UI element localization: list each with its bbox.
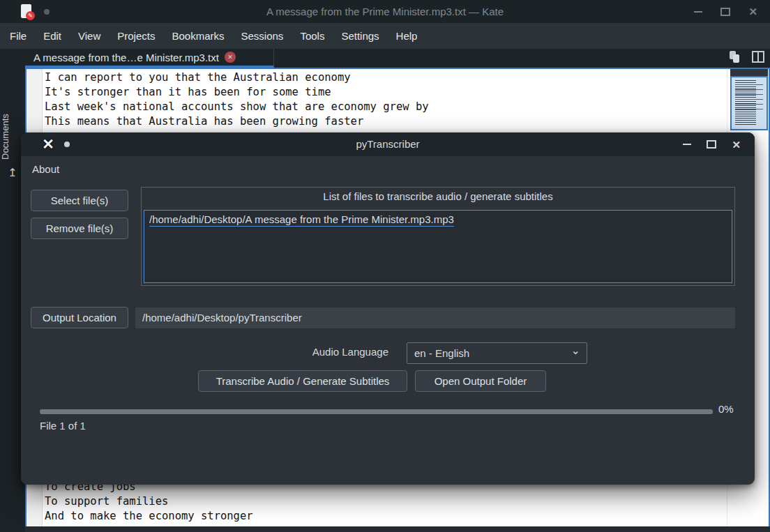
split-view-icon[interactable] [752, 51, 764, 63]
output-location-button[interactable]: Output Location [31, 307, 128, 328]
pytranscriber-menubar: About [21, 156, 755, 183]
editor-line: I can report to you that the Australian … [45, 70, 351, 85]
editor-line: It's stronger than it has been for some … [45, 85, 331, 100]
editor-minimap-scrollbar[interactable] [730, 69, 768, 130]
audio-language-dropdown[interactable]: en - English ⌄ [407, 342, 587, 364]
remove-files-button[interactable]: Remove file(s) [31, 218, 128, 239]
close-icon[interactable]: ✕ [748, 6, 757, 17]
documents-icon[interactable] [728, 51, 741, 63]
menu-edit[interactable]: Edit [35, 23, 70, 49]
menu-tools[interactable]: Tools [292, 23, 333, 49]
menu-bookmarks[interactable]: Bookmarks [163, 23, 232, 49]
minimap-viewport[interactable] [730, 76, 768, 130]
maximize-icon[interactable] [707, 140, 716, 149]
files-listbox[interactable]: /home/adhi/Desktop/A message from the Pr… [144, 210, 732, 283]
screen: ✎ A message from the Prime Minister.mp3.… [0, 0, 770, 532]
file-list-item[interactable]: /home/adhi/Desktop/A message from the Pr… [149, 213, 454, 227]
file-counter-label: File 1 of 1 [40, 420, 86, 432]
menu-help[interactable]: Help [388, 23, 426, 49]
progress-percent-label: 0% [718, 403, 749, 415]
kate-tabbar: A message from the…e Minister.mp3.txt ✕ [25, 49, 770, 68]
minimap-text-lines [735, 84, 763, 112]
minimize-icon[interactable] [694, 11, 702, 13]
document-tab[interactable]: A message from the…e Minister.mp3.txt ✕ [25, 49, 274, 68]
select-files-button[interactable]: Select file(s) [31, 190, 128, 211]
tab-label: A message from the…e Minister.mp3.txt [33, 52, 219, 63]
menu-about[interactable]: About [31, 156, 61, 183]
kate-window-title: A message from the Prime Minister.mp3.tx… [0, 0, 770, 23]
files-groupbox: List of files to transcribe audio / gene… [141, 187, 735, 286]
progress-bar [40, 409, 713, 414]
editor-line: To support families [45, 494, 168, 509]
open-output-folder-button[interactable]: Open Output Folder [415, 370, 546, 392]
maximize-icon[interactable] [720, 8, 730, 16]
kate-statusbar-strip [25, 526, 770, 532]
menu-view[interactable]: View [70, 23, 109, 49]
chevron-down-icon: ⌄ [571, 340, 580, 360]
kate-titlebar: ✎ A message from the Prime Minister.mp3.… [0, 0, 770, 23]
tab-close-icon[interactable]: ✕ [225, 52, 236, 63]
kate-menubar: File Edit View Projects Bookmarks Sessio… [0, 23, 770, 49]
menu-file[interactable]: File [1, 23, 35, 49]
menu-settings[interactable]: Settings [333, 23, 387, 49]
audio-language-value: en - English [414, 347, 469, 359]
files-group-label: List of files to transcribe audio / gene… [142, 190, 734, 202]
minimap-header [730, 69, 768, 76]
menu-sessions[interactable]: Sessions [233, 23, 292, 49]
minimize-icon[interactable] [683, 144, 691, 145]
menu-projects[interactable]: Projects [109, 23, 163, 49]
pytranscriber-window: ✕ pyTranscriber ✕ About Select file(s) R… [21, 132, 755, 485]
editor-line: This means that Australia has been growi… [45, 114, 363, 129]
output-location-field[interactable]: /home/adhi/Desktop/pyTranscriber [135, 307, 735, 328]
pytranscriber-titlebar: ✕ pyTranscriber ✕ [21, 132, 755, 156]
close-icon[interactable]: ✕ [732, 139, 741, 150]
pytranscriber-window-title: pyTranscriber [21, 132, 755, 156]
editor-line: And to make the economy stronger [45, 509, 253, 524]
audio-language-label: Audio Language [279, 346, 388, 358]
editor-line: Last week's national accounts show that … [45, 100, 429, 114]
transcribe-button[interactable]: Transcribe Audio / Generate Subtitles [198, 370, 407, 392]
